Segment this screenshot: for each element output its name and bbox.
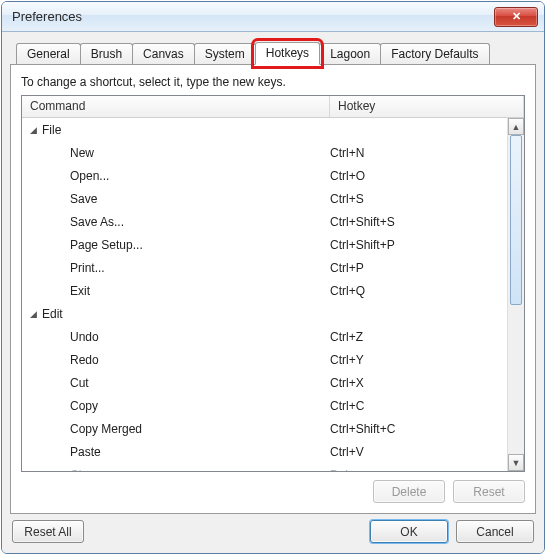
tabstrip: General Brush Canvas System Hotkeys Lago… (10, 38, 536, 64)
list-item[interactable]: Page Setup...Ctrl+Shift+P (22, 233, 507, 256)
tab-hotkeys[interactable]: Hotkeys (255, 42, 320, 65)
list-item[interactable]: NewCtrl+N (22, 141, 507, 164)
titlebar: Preferences ✕ (2, 2, 544, 32)
tab-brush[interactable]: Brush (80, 43, 133, 65)
chevron-down-icon: ▼ (512, 458, 521, 468)
scrollbar[interactable]: ▲ ▼ (507, 118, 524, 471)
group-label: Edit (42, 307, 63, 321)
tab-panel-hotkeys: To change a shortcut, select it, type th… (10, 64, 536, 514)
list-item[interactable]: Copy MergedCtrl+Shift+C (22, 417, 507, 440)
list-item[interactable]: CutCtrl+X (22, 371, 507, 394)
list-item[interactable]: ExitCtrl+Q (22, 279, 507, 302)
list-item[interactable]: Print...Ctrl+P (22, 256, 507, 279)
group-edit[interactable]: ◢ Edit (22, 302, 507, 325)
scroll-thumb[interactable] (510, 135, 522, 305)
preferences-window: Preferences ✕ General Brush Canvas Syste… (1, 1, 545, 554)
list-actions: Delete Reset (21, 472, 525, 503)
list-item[interactable]: CopyCtrl+C (22, 394, 507, 417)
list-item[interactable]: Open...Ctrl+O (22, 164, 507, 187)
group-file[interactable]: ◢ File (22, 118, 507, 141)
close-button[interactable]: ✕ (494, 7, 538, 27)
list-item[interactable]: PasteCtrl+V (22, 440, 507, 463)
list-item[interactable]: SaveCtrl+S (22, 187, 507, 210)
list-item[interactable]: Save As...Ctrl+Shift+S (22, 210, 507, 233)
ok-button[interactable]: OK (370, 520, 448, 543)
reset-all-button[interactable]: Reset All (12, 520, 84, 543)
reset-button[interactable]: Reset (453, 480, 525, 503)
instruction-text: To change a shortcut, select it, type th… (21, 75, 525, 89)
list-body-wrap: ◢ File NewCtrl+N Open...Ctrl+O SaveCtrl+… (22, 118, 524, 471)
tab-system[interactable]: System (194, 43, 256, 65)
list-item[interactable]: UndoCtrl+Z (22, 325, 507, 348)
close-icon: ✕ (512, 10, 521, 23)
client-area: General Brush Canvas System Hotkeys Lago… (2, 32, 544, 553)
scroll-down-button[interactable]: ▼ (508, 454, 524, 471)
tab-general[interactable]: General (16, 43, 81, 65)
collapse-toggle-icon[interactable]: ◢ (28, 125, 38, 135)
list-item[interactable]: ClearDel (22, 463, 507, 471)
list-item[interactable]: RedoCtrl+Y (22, 348, 507, 371)
column-header-command[interactable]: Command (22, 96, 330, 117)
hotkey-list: Command Hotkey ◢ File NewCtrl+N Open...C… (21, 95, 525, 472)
collapse-toggle-icon[interactable]: ◢ (28, 309, 38, 319)
tab-lagoon[interactable]: Lagoon (319, 43, 381, 65)
list-header: Command Hotkey (22, 96, 524, 118)
tab-factory-defaults[interactable]: Factory Defaults (380, 43, 489, 65)
chevron-up-icon: ▲ (512, 122, 521, 132)
group-label: File (42, 123, 61, 137)
list-body: ◢ File NewCtrl+N Open...Ctrl+O SaveCtrl+… (22, 118, 507, 471)
cancel-button[interactable]: Cancel (456, 520, 534, 543)
column-header-hotkey[interactable]: Hotkey (330, 96, 524, 117)
window-title: Preferences (12, 9, 82, 24)
dialog-footer: Reset All OK Cancel (10, 514, 536, 545)
delete-button[interactable]: Delete (373, 480, 445, 503)
scroll-up-button[interactable]: ▲ (508, 118, 524, 135)
tab-canvas[interactable]: Canvas (132, 43, 195, 65)
